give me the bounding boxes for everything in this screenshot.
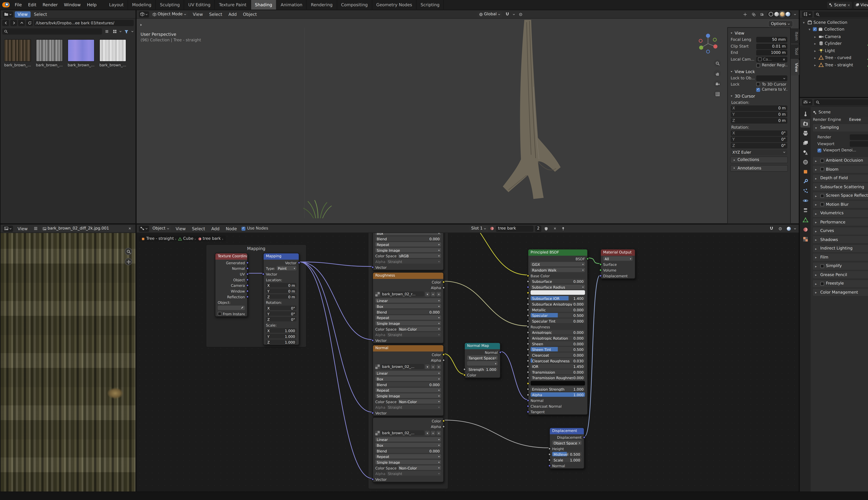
cursor-location-field[interactable]: X0 m <box>731 105 787 111</box>
node-mapping[interactable]: MappingVectorType:Point▾VectorLocation:X… <box>263 253 299 345</box>
setting-value-field[interactable]: 0.01 m <box>756 43 787 49</box>
file-item[interactable]: bark_brown_... <box>66 39 96 67</box>
node-row-field[interactable] <box>215 305 247 311</box>
shader-editor-menu[interactable]: Node <box>223 225 240 231</box>
workspace-tab[interactable]: Layout <box>105 0 128 10</box>
node-row-x[interactable]: X1.000 <box>264 328 299 333</box>
fake-user-button[interactable] <box>543 225 550 231</box>
node-row-anisotropic[interactable]: Anisotropic0.000 <box>528 329 587 335</box>
node-row-subsurface-ior[interactable]: Subsurface IOR1.400 <box>528 295 587 301</box>
app-menu[interactable]: Render <box>40 2 60 8</box>
browse-image-button[interactable]: ▾ <box>425 431 430 435</box>
workspace-tab[interactable]: Scripting <box>416 0 444 10</box>
node-row-x[interactable]: X0° <box>264 305 299 311</box>
viewport-menu[interactable]: Select <box>206 11 225 18</box>
node-texture-coordinate[interactable]: Texture CoordinateGeneratedNormalUVObjec… <box>215 253 248 317</box>
editor-type-button[interactable] <box>802 11 812 18</box>
node-row-color-space[interactable]: Color SpaceNon-Color▾ <box>373 399 443 404</box>
socket-e8e8e8[interactable] <box>526 291 529 294</box>
image-datablock-name[interactable]: bark_brown_02_... <box>381 364 424 369</box>
node-row-single-image[interactable]: Single Image▾ <box>373 247 443 253</box>
properties-tab-data[interactable] <box>800 215 810 224</box>
toolbar-expand-arrow[interactable] <box>139 23 143 28</box>
socket-anisotropic[interactable] <box>526 331 529 333</box>
collapsed-panel-section[interactable]: Collections <box>730 157 788 163</box>
socket-object[interactable] <box>246 278 249 281</box>
outliner-row-scene-collection[interactable]: ▾Scene Collection <box>800 19 868 26</box>
outliner-row-camera[interactable]: ▸Camera <box>800 33 868 40</box>
workspace-tab[interactable]: Animation <box>277 0 307 10</box>
app-menu[interactable]: Help <box>84 2 100 8</box>
node-row-0a0a0a[interactable] <box>528 380 587 386</box>
sampling-value-field[interactable]: 64 <box>850 134 868 140</box>
new-image-button[interactable]: + <box>431 292 435 296</box>
chevron-down-icon[interactable] <box>513 13 515 15</box>
socket-color[interactable] <box>442 353 445 356</box>
node-row-z[interactable]: Z0 m <box>264 294 299 299</box>
socket-uv[interactable] <box>246 272 249 275</box>
viewport-menu[interactable]: View <box>190 11 206 18</box>
node-header-mapping[interactable]: Mapping <box>264 253 299 260</box>
node-row-z[interactable]: Z1.000 <box>264 339 299 345</box>
socket-clearcoat[interactable] <box>526 353 529 356</box>
setting-value-field[interactable]: 50 mm <box>756 37 787 43</box>
node-row-emission-strength[interactable]: Emission Strength1.000 <box>528 386 587 392</box>
scene-unlink-icon[interactable]: × <box>847 3 850 7</box>
socket-specular-tint[interactable] <box>526 319 529 322</box>
editor-type-button[interactable] <box>3 225 13 231</box>
properties-tab-tool[interactable] <box>800 109 810 118</box>
node-canvas[interactable]: Mapping Texture CoordinateGeneratedNorma… <box>137 233 799 491</box>
section-grease-pencil[interactable]: ▸Grease Pencil <box>813 271 868 278</box>
shading-material-preview-button[interactable] <box>780 12 785 16</box>
chevron-down-icon[interactable] <box>119 30 122 33</box>
node-overlay-toggle-1[interactable] <box>777 225 784 231</box>
node-row-bark-brown-02-r[interactable]: bark_brown_02_r...▾+× <box>373 290 443 298</box>
node-header-material-output[interactable]: Material Output <box>601 249 635 256</box>
properties-search-input[interactable] <box>814 99 868 105</box>
socket-sheen[interactable] <box>526 342 529 345</box>
node-row-from-instancer[interactable]: From Instancer <box>215 310 247 316</box>
socket-vector[interactable] <box>371 339 374 341</box>
new-image-button[interactable]: + <box>431 431 435 435</box>
snap-toggle[interactable] <box>504 11 511 18</box>
local-camera-field[interactable]: Ca... <box>756 56 787 62</box>
socket-vector[interactable] <box>298 261 300 264</box>
refresh-button[interactable] <box>26 20 33 26</box>
socket-bsdf[interactable] <box>586 257 589 260</box>
outliner-row-light[interactable]: ▸Light <box>800 47 868 54</box>
cursor-rotation-field[interactable]: Z0° <box>731 143 787 149</box>
node-row-box[interactable]: Box▾ <box>373 376 443 382</box>
node-normal-map[interactable]: Normal MapNormalTangent Space▾ ▾Strength… <box>464 342 501 378</box>
socket-displacement[interactable] <box>583 435 585 439</box>
socket-alpha[interactable] <box>442 425 445 428</box>
proportional-edit-toggle[interactable] <box>517 11 524 18</box>
node-image-texture-normal[interactable]: NormalColorAlphabark_brown_02_...▾+×Line… <box>373 345 444 416</box>
section-ambient-occlusion[interactable]: ▸Ambient Occlusion <box>813 157 868 164</box>
disclosure-triangle[interactable]: ▾ <box>807 27 812 32</box>
workspace-tab[interactable]: Shading <box>251 0 277 10</box>
socket-window[interactable] <box>246 289 249 292</box>
file-thumbnail[interactable] <box>36 39 63 62</box>
unlink-image-button[interactable]: × <box>436 364 441 369</box>
node-row-scale[interactable]: Scale1.000 <box>550 457 584 463</box>
node-header-principled-bsdf[interactable]: Principled BSDF <box>528 249 587 256</box>
node-row-subsurface-radius[interactable]: Subsurface Radius▾ <box>528 284 587 290</box>
image-canvas[interactable] <box>1 233 135 491</box>
to-3d-cursor-checkbox[interactable] <box>756 82 760 86</box>
shader-editor-menu[interactable]: Add <box>208 225 222 231</box>
section-motion-blur[interactable]: ▸Motion Blur <box>813 201 868 208</box>
socket-subsurface[interactable] <box>526 280 529 283</box>
n-panel-tab[interactable]: Tool <box>791 44 799 59</box>
file-thumbnail[interactable] <box>99 39 126 62</box>
node-snap-toggle[interactable] <box>768 225 775 231</box>
workspace-tab[interactable]: Modeling <box>128 0 156 10</box>
interaction-mode-select[interactable]: Object Mode <box>151 11 189 18</box>
forward-button[interactable] <box>10 20 17 26</box>
section-color-management[interactable]: ▸Color Management <box>813 288 868 296</box>
disclosure-triangle[interactable]: ▸ <box>813 56 817 60</box>
node-row-repeat[interactable]: Repeat▾ <box>373 454 443 459</box>
navigation-gizmo[interactable] <box>696 31 721 56</box>
socket-base-color[interactable] <box>526 274 529 277</box>
app-menu[interactable]: Window <box>61 2 83 8</box>
file-browser-menu[interactable]: Select <box>31 11 50 18</box>
